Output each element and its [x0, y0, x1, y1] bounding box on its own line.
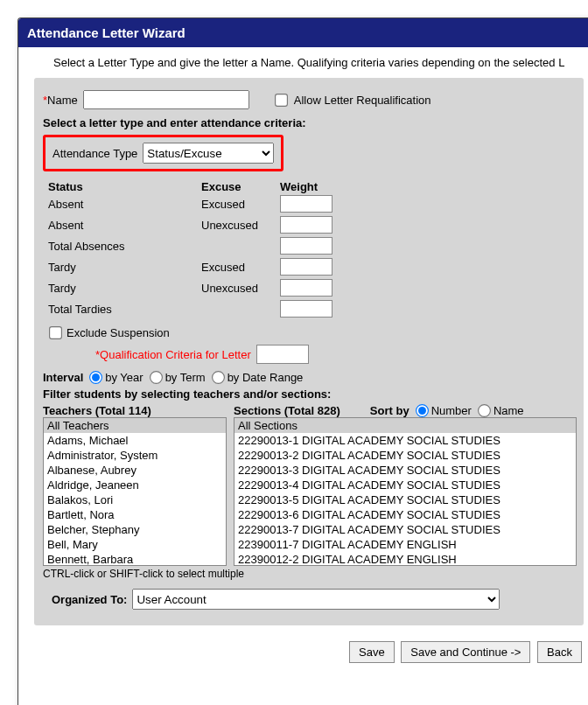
interval-year-radio[interactable]	[89, 371, 102, 384]
col-excuse-header: Excuse	[201, 180, 280, 193]
criteria-row: AbsentExcused	[48, 193, 575, 214]
sort-number-label: Number	[431, 404, 472, 417]
section-item[interactable]: 22290013-6 DIGITAL ACADEMY SOCIAL STUDIE…	[234, 507, 576, 522]
teacher-item[interactable]: Administrator, System	[44, 448, 226, 463]
criteria-row: TardyExcused	[48, 256, 575, 277]
criteria-header: Status Excuse Weight	[48, 180, 575, 193]
name-input[interactable]	[83, 90, 249, 109]
section-item[interactable]: 22290013-3 DIGITAL ACADEMY SOCIAL STUDIE…	[234, 463, 576, 478]
teacher-item[interactable]: Bartlett, Nora	[44, 507, 226, 522]
weight-cell	[280, 279, 350, 297]
organized-to-label: Organized To:	[52, 593, 127, 606]
organized-to-row: Organized To: User Account	[43, 589, 575, 610]
weight-input[interactable]	[280, 195, 332, 213]
intro-text: Select a Letter Type and give the letter…	[18, 47, 588, 78]
excuse-cell: Excused	[201, 261, 280, 274]
status-cell: Tardy	[48, 282, 201, 295]
section-item[interactable]: 22290013-5 DIGITAL ACADEMY SOCIAL STUDIE…	[234, 492, 576, 507]
weight-cell	[280, 258, 350, 276]
criteria-row: Total Absences	[48, 235, 575, 256]
exclude-suspension-checkbox[interactable]	[49, 326, 62, 339]
interval-term-label: by Term	[165, 371, 206, 384]
section-item[interactable]: 22290013-4 DIGITAL ACADEMY SOCIAL STUDIE…	[234, 478, 576, 492]
section-item[interactable]: 22290013-1 DIGITAL ACADEMY SOCIAL STUDIE…	[234, 433, 576, 448]
section-item[interactable]: 22390012-2 DIGITAL ACADEMY ENGLISH	[234, 552, 576, 566]
teacher-item[interactable]: Bell, Mary	[44, 537, 226, 552]
exclude-suspension-label: Exclude Suspension	[66, 326, 170, 339]
section-item[interactable]: 22290013-2 DIGITAL ACADEMY SOCIAL STUDIE…	[234, 448, 576, 463]
status-cell: Absent	[48, 219, 201, 232]
weight-cell	[280, 237, 350, 255]
teacher-item[interactable]: Belcher, Stephany	[44, 522, 226, 537]
teacher-item[interactable]: Albanese, Aubrey	[44, 463, 226, 478]
criteria-row: Total Tardies	[48, 298, 575, 319]
back-button[interactable]: Back	[537, 641, 582, 663]
section-item[interactable]: 22390011-7 DIGITAL ACADEMY ENGLISH	[234, 537, 576, 552]
excuse-cell: Excused	[201, 198, 280, 211]
teacher-item[interactable]: All Teachers	[44, 418, 226, 433]
teacher-item[interactable]: Adams, Michael	[44, 433, 226, 448]
sections-column: Sections (Total 828) Sort by Number Name…	[234, 404, 577, 566]
teacher-item[interactable]: Balakos, Lori	[44, 492, 226, 507]
weight-input[interactable]	[280, 258, 332, 276]
status-cell: Absent	[48, 198, 201, 211]
teachers-listbox[interactable]: All TeachersAdams, MichaelAdministrator,…	[43, 417, 227, 566]
criteria-row: AbsentUnexcused	[48, 214, 575, 235]
allow-requal-label: Allow Letter Requalification	[294, 94, 431, 107]
save-continue-button[interactable]: Save and Continue ->	[401, 641, 530, 663]
status-cell: Tardy	[48, 261, 201, 274]
interval-daterange-radio[interactable]	[212, 371, 225, 384]
sections-listbox[interactable]: All Sections22290013-1 DIGITAL ACADEMY S…	[234, 417, 577, 566]
qualification-input[interactable]	[256, 345, 309, 364]
sort-by-label: Sort by	[370, 404, 410, 417]
criteria-prompt: Select a letter type and enter attendanc…	[43, 116, 575, 129]
sort-name-label: Name	[494, 404, 524, 417]
weight-cell	[280, 216, 350, 234]
weight-cell	[280, 195, 350, 213]
button-bar: Save Save and Continue -> Back	[18, 634, 588, 670]
organized-to-select[interactable]: User Account	[132, 589, 500, 610]
section-item[interactable]: 22290013-7 DIGITAL ACADEMY SOCIAL STUDIE…	[234, 522, 576, 537]
main-panel: *Name Allow Letter Requalification Selec…	[34, 78, 584, 625]
criteria-row: TardyUnexcused	[48, 277, 575, 298]
excuse-cell: Unexcused	[201, 282, 280, 295]
status-cell: Total Absences	[48, 240, 201, 253]
name-row: *Name Allow Letter Requalification	[43, 90, 575, 109]
interval-term-radio[interactable]	[150, 371, 163, 384]
interval-row: Interval by Year by Term by Date Range	[43, 371, 575, 384]
col-status-header: Status	[48, 180, 201, 193]
col-weight-header: Weight	[280, 180, 350, 193]
teachers-column: Teachers (Total 114) All TeachersAdams, …	[43, 404, 227, 566]
attendance-type-select[interactable]: Status/Excuse	[143, 143, 274, 164]
qualification-label: *Qualification Criteria for Letter	[95, 348, 251, 361]
attendance-type-label: Attendance Type	[52, 147, 137, 160]
excuse-cell: Unexcused	[201, 219, 280, 232]
allow-requal-checkbox[interactable]	[275, 94, 288, 107]
save-button[interactable]: Save	[349, 641, 395, 663]
teacher-item[interactable]: Bennett, Barbara	[44, 552, 226, 566]
interval-label: Interval	[43, 371, 83, 384]
weight-input[interactable]	[280, 279, 332, 297]
interval-year-label: by Year	[105, 371, 143, 384]
weight-input[interactable]	[280, 300, 332, 318]
name-label: *Name	[43, 94, 78, 107]
exclude-suspension-row: Exclude Suspension	[43, 326, 575, 339]
qualification-row: *Qualification Criteria for Letter	[95, 345, 575, 364]
sort-name-radio[interactable]	[478, 404, 491, 417]
weight-input[interactable]	[280, 237, 332, 255]
name-label-text: Name	[47, 94, 78, 107]
multiselect-hint: CTRL-click or SHIFT-click to select mult…	[43, 568, 575, 580]
criteria-table: Status Excuse Weight AbsentExcusedAbsent…	[48, 180, 575, 319]
weight-cell	[280, 300, 350, 318]
weight-input[interactable]	[280, 216, 332, 234]
lists-row: Teachers (Total 114) All TeachersAdams, …	[43, 404, 575, 566]
filter-prompt: Filter students by selecting teachers an…	[43, 387, 575, 401]
section-item[interactable]: All Sections	[234, 418, 576, 433]
wizard-window: Attendance Letter Wizard Select a Letter…	[18, 17, 588, 705]
teacher-item[interactable]: Aldridge, Jeaneen	[44, 478, 226, 492]
sort-number-radio[interactable]	[416, 404, 429, 417]
teachers-label: Teachers (Total 114)	[43, 404, 151, 417]
interval-daterange-label: by Date Range	[228, 371, 304, 384]
status-cell: Total Tardies	[48, 303, 201, 316]
window-title: Attendance Letter Wizard	[18, 18, 588, 47]
